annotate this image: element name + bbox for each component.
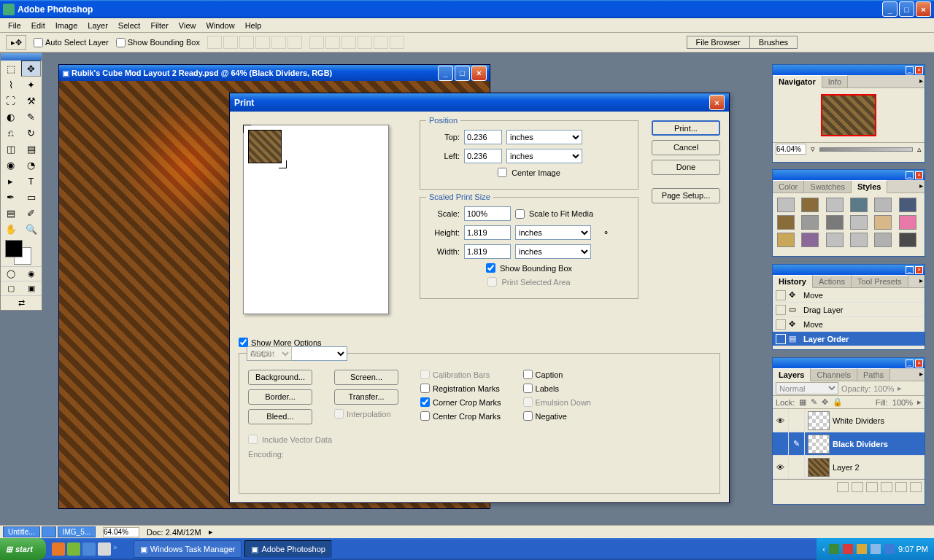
top-unit-select[interactable]: inches xyxy=(506,130,582,144)
lock-position-icon[interactable]: ✥ xyxy=(822,397,828,407)
height-input[interactable] xyxy=(464,225,511,240)
menu-view[interactable]: View xyxy=(174,20,201,31)
bleed-button[interactable]: Bleed... xyxy=(248,409,312,424)
cancel-button[interactable]: Cancel xyxy=(652,140,720,155)
style-swatch[interactable] xyxy=(899,215,916,230)
tab-channels[interactable]: Channels xyxy=(811,368,857,381)
left-unit-select[interactable]: inches xyxy=(506,149,582,163)
screenmode-1[interactable]: ▢ xyxy=(1,281,21,295)
style-swatch[interactable] xyxy=(874,198,892,212)
border-button[interactable]: Border... xyxy=(248,389,312,405)
background-button[interactable]: Background... xyxy=(248,370,312,385)
new-folder-icon[interactable] xyxy=(866,482,878,492)
dodge-tool[interactable]: ◔ xyxy=(21,157,41,173)
tray-icon[interactable] xyxy=(843,544,853,554)
lock-transparency-icon[interactable]: ▦ xyxy=(799,397,806,407)
labels-checkbox[interactable] xyxy=(523,384,533,393)
layer-mask-icon[interactable] xyxy=(852,482,863,492)
quicklaunch-icon[interactable] xyxy=(98,542,111,556)
blend-mode-select[interactable]: Normal xyxy=(776,382,838,394)
menu-filter[interactable]: Filter xyxy=(145,20,173,31)
auto-select-checkbox[interactable]: Auto Select Layer xyxy=(34,38,109,47)
style-swatch[interactable] xyxy=(850,198,868,212)
tab-history[interactable]: History xyxy=(773,275,813,288)
tab-brushes[interactable]: Brushes xyxy=(749,36,798,49)
heal-tool[interactable]: ◐ xyxy=(1,109,20,125)
dialog-close[interactable]: × xyxy=(709,95,725,110)
slice-tool[interactable]: ⚒ xyxy=(21,93,41,109)
scale-fit-checkbox[interactable] xyxy=(515,209,525,219)
tab-color[interactable]: Color xyxy=(773,180,804,192)
style-swatch[interactable] xyxy=(850,215,868,230)
close-button[interactable]: × xyxy=(916,1,931,17)
center-crop-checkbox[interactable] xyxy=(420,411,430,421)
crop-tool[interactable]: ⛶ xyxy=(1,93,20,109)
panel-close[interactable]: × xyxy=(915,66,923,74)
history-item[interactable]: ✥Move xyxy=(773,288,925,303)
layer-row[interactable]: ✎ Black Dividers xyxy=(773,432,925,456)
panel-menu-icon[interactable]: ▸ xyxy=(919,182,923,190)
panel-minimize[interactable]: _ xyxy=(906,359,914,368)
doc-tab[interactable]: Untitle... xyxy=(3,526,40,537)
move-tool[interactable]: ✥ xyxy=(21,61,41,77)
zoom-field[interactable] xyxy=(103,527,139,537)
width-unit-select[interactable]: inches xyxy=(515,244,591,259)
layer-row[interactable]: 👁 Layer 2 xyxy=(773,456,925,479)
trash-icon[interactable] xyxy=(910,482,922,492)
tab-tool-presets[interactable]: Tool Presets xyxy=(852,275,908,287)
zoom-slider[interactable] xyxy=(819,147,913,152)
panel-close[interactable]: × xyxy=(915,359,923,368)
panel-minimize[interactable]: _ xyxy=(906,66,914,74)
style-swatch[interactable] xyxy=(801,198,819,212)
minimize-button[interactable]: _ xyxy=(882,1,898,17)
zoom-in-icon[interactable]: ▵ xyxy=(917,144,922,154)
clock[interactable]: 9:07 PM xyxy=(898,545,928,553)
style-swatch[interactable] xyxy=(801,233,819,247)
style-swatch[interactable] xyxy=(850,233,868,247)
wand-tool[interactable]: ✦ xyxy=(21,77,41,93)
style-swatch[interactable] xyxy=(777,198,795,212)
menu-file[interactable]: File xyxy=(3,20,26,31)
adjustment-icon[interactable] xyxy=(881,482,892,492)
style-swatch[interactable] xyxy=(899,233,916,247)
quickmask-on[interactable]: ◉ xyxy=(21,266,42,281)
lock-all-icon[interactable]: 🔒 xyxy=(833,397,843,407)
shape-tool[interactable]: ▭ xyxy=(21,189,41,205)
pen-tool[interactable]: ✒ xyxy=(1,189,20,205)
menu-layer[interactable]: Layer xyxy=(82,20,113,31)
stamp-tool[interactable]: ⎌ xyxy=(1,125,20,141)
corner-crop-checkbox[interactable] xyxy=(420,397,430,407)
visibility-icon[interactable]: 👁 xyxy=(773,456,789,478)
menu-edit[interactable]: Edit xyxy=(26,20,50,31)
link-icon[interactable]: ✎ xyxy=(789,432,805,455)
quicklaunch-icon[interactable] xyxy=(82,542,96,556)
doc-tab[interactable] xyxy=(42,526,56,537)
menu-help[interactable]: Help xyxy=(240,20,267,31)
layer-thumbnail[interactable] xyxy=(808,458,830,477)
panel-minimize[interactable]: _ xyxy=(906,171,914,179)
quicklaunch-icon[interactable] xyxy=(67,542,80,556)
done-button[interactable]: Done xyxy=(652,160,720,175)
panel-menu-icon[interactable]: ▸ xyxy=(919,276,923,284)
tab-actions[interactable]: Actions xyxy=(813,275,852,287)
blur-tool[interactable]: ◉ xyxy=(1,157,20,173)
tray-icon[interactable] xyxy=(871,544,881,554)
panel-menu-icon[interactable]: ▸ xyxy=(919,77,923,85)
left-input[interactable] xyxy=(464,149,502,163)
transfer-button[interactable]: Transfer... xyxy=(334,389,398,405)
path-tool[interactable]: ▸ xyxy=(1,173,20,189)
style-swatch[interactable] xyxy=(826,233,844,247)
top-input[interactable] xyxy=(464,130,502,144)
doc-close[interactable]: × xyxy=(471,66,487,81)
lock-paint-icon[interactable]: ✎ xyxy=(811,397,817,407)
preview-image[interactable] xyxy=(248,130,282,163)
link-icon[interactable] xyxy=(789,456,805,478)
center-image-checkbox[interactable] xyxy=(498,168,507,177)
menu-image[interactable]: Image xyxy=(50,20,83,31)
negative-checkbox[interactable] xyxy=(523,411,533,421)
marquee-tool[interactable]: ⬚ xyxy=(1,61,20,77)
eraser-tool[interactable]: ◫ xyxy=(1,141,20,157)
style-swatch[interactable] xyxy=(801,215,819,230)
scale-input[interactable] xyxy=(464,206,511,221)
menu-window[interactable]: Window xyxy=(201,20,240,31)
